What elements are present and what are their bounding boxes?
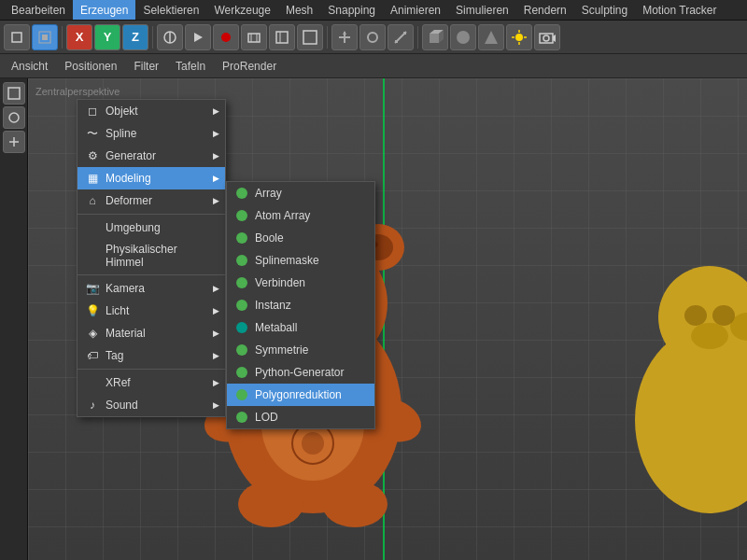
- tafeln-menu[interactable]: Tafeln: [168, 54, 213, 78]
- constraint-y-btn[interactable]: Y: [94, 24, 120, 50]
- secondary-toolbar: Ansicht Positionen Filter Tafeln ProRend…: [0, 54, 747, 78]
- box-btn[interactable]: [269, 24, 295, 50]
- gold-figure: [616, 252, 747, 532]
- menu-item-rendern[interactable]: Rendern: [516, 0, 574, 20]
- left-panel: [0, 78, 28, 560]
- record-btn[interactable]: [213, 24, 239, 50]
- svg-point-55: [322, 481, 388, 527]
- verbinden-icon: [234, 275, 249, 290]
- modeling-symmetrie[interactable]: Symmetrie: [227, 339, 374, 361]
- polygonreduktion-icon: [234, 387, 249, 402]
- camera-btn[interactable]: [534, 24, 560, 50]
- left-tool-2[interactable]: [3, 106, 25, 129]
- view-menu[interactable]: Ansicht: [4, 54, 55, 78]
- modeling-lod[interactable]: LOD: [227, 406, 374, 428]
- menu-modeling[interactable]: ▦ Modeling: [78, 167, 225, 189]
- sep-2: [78, 274, 225, 275]
- menu-licht[interactable]: 💡 Licht: [78, 300, 225, 322]
- svg-point-63: [691, 323, 728, 349]
- toolbar-sep-4: [417, 26, 418, 49]
- svg-marker-5: [194, 33, 203, 42]
- left-tool-1[interactable]: [3, 82, 25, 105]
- left-tool-3[interactable]: [3, 131, 25, 153]
- menu-item-simulieren[interactable]: Simulieren: [448, 0, 516, 20]
- menu-item-werkzeuge[interactable]: Werkzeuge: [206, 0, 277, 20]
- menu-item-selektieren[interactable]: Selektieren: [135, 0, 206, 20]
- modeling-atom-array[interactable]: Atom Array: [227, 204, 374, 227]
- mode-edit-btn[interactable]: [32, 24, 58, 50]
- sphere-btn[interactable]: [450, 24, 476, 50]
- svg-point-22: [457, 31, 470, 44]
- metaball-icon: [234, 320, 249, 335]
- menu-item-sculpting[interactable]: Sculpting: [574, 0, 635, 20]
- svg-point-6: [221, 33, 231, 42]
- svg-point-15: [368, 33, 377, 42]
- svg-point-54: [238, 481, 303, 527]
- cube-btn[interactable]: [422, 24, 448, 50]
- light-btn[interactable]: [506, 24, 532, 50]
- svg-point-61: [684, 305, 707, 326]
- mode-object-btn[interactable]: [4, 24, 30, 50]
- sep-3: [78, 369, 225, 370]
- kamera-icon: 📷: [85, 281, 100, 296]
- play-btn[interactable]: [185, 24, 211, 50]
- menu-item-erzeugen[interactable]: Erzeugen: [73, 0, 135, 20]
- svg-point-24: [515, 34, 523, 41]
- toolbar-sep-2: [152, 26, 153, 49]
- filter-menu[interactable]: Filter: [126, 54, 166, 78]
- menu-item-animieren[interactable]: Animieren: [383, 0, 448, 20]
- menu-item-motion-tracker[interactable]: Motion Tracker: [635, 0, 724, 20]
- menu-bar: Bearbeiten Erzeugen Selektieren Werkzeug…: [0, 0, 747, 21]
- modeling-python-gen[interactable]: Python-Generator: [227, 361, 374, 384]
- menu-objekt[interactable]: ◻ Objekt: [78, 100, 225, 122]
- menu-item-mesh[interactable]: Mesh: [278, 0, 320, 20]
- constraint-z-btn[interactable]: Z: [122, 24, 148, 50]
- menu-deformer[interactable]: ⌂ Deformer: [78, 189, 225, 212]
- svg-point-33: [9, 113, 19, 122]
- licht-icon: 💡: [85, 303, 100, 318]
- frame-btn[interactable]: [241, 24, 267, 50]
- svg-rect-13: [306, 34, 314, 41]
- modeling-boole[interactable]: Boole: [227, 227, 374, 249]
- prorender-menu[interactable]: ProRender: [215, 54, 284, 78]
- menu-spline[interactable]: 〜 Spline: [78, 122, 225, 145]
- toolbar-sep-1: [62, 26, 63, 49]
- modeling-verbinden[interactable]: Verbinden: [227, 272, 374, 294]
- constraint-x-btn[interactable]: X: [66, 24, 92, 50]
- menu-kamera[interactable]: 📷 Kamera: [78, 277, 225, 300]
- rotate-tool-btn[interactable]: [359, 24, 386, 50]
- spline-icon: 〜: [85, 126, 100, 141]
- xref-icon: [85, 375, 100, 390]
- sound-icon: ♪: [85, 398, 100, 413]
- modeling-instanz[interactable]: Instanz: [227, 294, 374, 316]
- menu-tag[interactable]: 🏷 Tag: [78, 344, 225, 367]
- instanz-icon: [234, 298, 249, 313]
- svg-rect-17: [395, 40, 398, 43]
- svg-rect-10: [276, 32, 288, 43]
- menu-physhimmel[interactable]: Physikalischer Himmel: [78, 239, 225, 273]
- array-icon: [234, 186, 249, 201]
- generator-icon: ⚙: [85, 148, 100, 163]
- menu-umgebung[interactable]: Umgebung: [78, 217, 225, 239]
- menu-sound[interactable]: ♪ Sound: [78, 394, 225, 416]
- cone-btn[interactable]: [478, 24, 504, 50]
- modeling-splinemaske[interactable]: Splinemaske: [227, 249, 374, 272]
- modeling-metaball[interactable]: Metaball: [227, 316, 374, 339]
- svg-point-30: [543, 35, 549, 41]
- svg-point-57: [302, 432, 324, 455]
- menu-xref[interactable]: XRef: [78, 371, 225, 394]
- render-region-btn[interactable]: [297, 24, 323, 50]
- modeling-polygonreduktion[interactable]: Polygonreduktion: [227, 384, 374, 406]
- move-tool-btn[interactable]: [331, 24, 358, 50]
- positionen-menu[interactable]: Positionen: [57, 54, 124, 78]
- menu-item-snapping[interactable]: Snapping: [320, 0, 383, 20]
- menu-generator[interactable]: ⚙ Generator: [78, 145, 225, 167]
- transform-key-btn[interactable]: [157, 24, 183, 50]
- menu-item-bearbeiten[interactable]: Bearbeiten: [4, 0, 73, 20]
- svg-marker-14: [343, 31, 346, 35]
- modeling-array[interactable]: Array: [227, 182, 374, 204]
- main-toolbar: X Y Z: [0, 21, 747, 54]
- physhimmel-icon: [85, 248, 100, 263]
- menu-material[interactable]: ◈ Material: [78, 322, 225, 344]
- scale-tool-btn[interactable]: [388, 24, 414, 50]
